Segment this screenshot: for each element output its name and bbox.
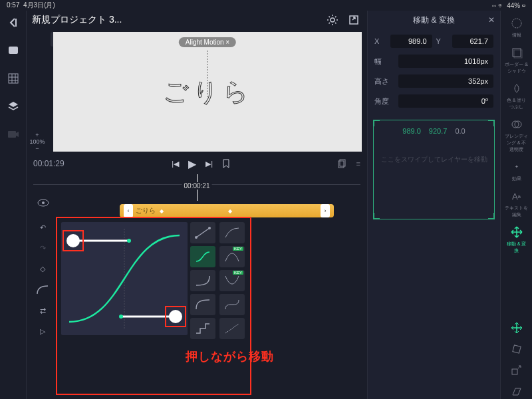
panel-title: 移動 & 変換 bbox=[413, 15, 455, 26]
x-label: X bbox=[374, 37, 386, 45]
annotation-text: 押しながら移動 bbox=[186, 348, 274, 364]
camera-tool[interactable] bbox=[5, 126, 21, 142]
ruler-time: 00:00:21 bbox=[182, 182, 212, 190]
next-keyframe-button[interactable]: ▶| bbox=[205, 160, 213, 168]
preset-variant-4[interactable] bbox=[219, 294, 245, 315]
preset-variant-5[interactable] bbox=[219, 318, 245, 339]
status-time: 0:57 bbox=[7, 1, 19, 9]
svg-point-16 bbox=[42, 201, 45, 204]
svg-point-8 bbox=[331, 18, 334, 22]
status-date: 4月3日(月) bbox=[23, 1, 55, 9]
canvas[interactable]: Alight Motion × ごりら bbox=[53, 32, 362, 152]
swipe-pad[interactable]: 989.0 920.7 0.0 ここをスワイプしてレイヤーを移動 bbox=[373, 120, 495, 219]
project-title: 新規プロジェクト 3... bbox=[32, 14, 319, 26]
easing-curve-button[interactable] bbox=[37, 285, 49, 295]
clip-prev[interactable]: ‹ bbox=[124, 204, 133, 217]
timeline-ruler[interactable]: 00:00:21 bbox=[33, 174, 360, 185]
prev-keyframe-button[interactable]: |◀ bbox=[172, 160, 179, 168]
border-tab[interactable]: ボーダー & シャドウ bbox=[505, 45, 529, 74]
watermark: Alight Motion × bbox=[179, 37, 236, 47]
text-tab[interactable]: Aaテキストを編集 bbox=[505, 189, 529, 218]
height-label: 高さ bbox=[374, 76, 394, 86]
redo-button[interactable]: ↷ bbox=[40, 244, 46, 253]
bezier-handle-end[interactable] bbox=[165, 306, 186, 327]
visibility-toggle[interactable] bbox=[33, 199, 53, 207]
blend-tab[interactable]: ブレンディング & 不透明度 bbox=[505, 117, 529, 153]
y-label: Y bbox=[436, 37, 448, 45]
svg-point-24 bbox=[208, 227, 211, 229]
menu-icon[interactable]: ≡ bbox=[356, 160, 360, 168]
svg-rect-30 bbox=[512, 345, 520, 353]
svg-rect-7 bbox=[8, 131, 16, 138]
scale-tool[interactable] bbox=[505, 363, 529, 378]
preset-variant-2[interactable]: KEY bbox=[219, 246, 245, 267]
pen-button[interactable]: ▷ bbox=[40, 327, 45, 336]
info-tab[interactable]: 情報 bbox=[505, 16, 529, 39]
timeline-clip[interactable]: ‹ ごりら ◆ ◆ › bbox=[120, 204, 334, 217]
pad-y: 920.7 bbox=[429, 127, 448, 135]
pad-z: 0.0 bbox=[455, 127, 465, 135]
preset-ease-in[interactable] bbox=[190, 270, 215, 291]
back-button[interactable] bbox=[5, 15, 21, 31]
svg-point-25 bbox=[512, 19, 521, 28]
keyframe-diamond-button[interactable]: ◇ bbox=[40, 265, 45, 273]
zoom-value: 100% bbox=[29, 138, 45, 145]
current-time: 00:01:29 bbox=[33, 159, 65, 168]
width-label: 幅 bbox=[374, 57, 394, 66]
export-icon[interactable] bbox=[346, 12, 362, 28]
keyframe-marker[interactable]: ◆ bbox=[228, 208, 232, 214]
battery-pct: 44% bbox=[507, 2, 520, 9]
fill-tab[interactable]: 色 & 塗りつぶし bbox=[505, 81, 529, 110]
preset-variant-3[interactable]: KEY bbox=[219, 270, 245, 291]
easing-graph[interactable] bbox=[61, 222, 188, 335]
svg-rect-0 bbox=[15, 19, 17, 27]
zoom-out[interactable]: − bbox=[35, 145, 39, 152]
clip-next[interactable]: › bbox=[321, 204, 330, 217]
loop-button[interactable]: ⇄ bbox=[40, 307, 46, 315]
move-tool[interactable] bbox=[505, 321, 529, 335]
preset-linear[interactable] bbox=[190, 222, 215, 243]
svg-point-23 bbox=[195, 236, 198, 239]
svg-point-19 bbox=[127, 239, 131, 243]
y-value[interactable]: 621.7 bbox=[452, 35, 494, 48]
bezier-handle-start[interactable] bbox=[63, 230, 84, 251]
width-value[interactable]: 1018px bbox=[398, 55, 493, 68]
undo-button[interactable]: ↶ bbox=[40, 223, 46, 232]
wifi-icon: ◦◦ ᯤ bbox=[492, 2, 505, 9]
x-value[interactable]: 989.0 bbox=[390, 35, 432, 48]
close-button[interactable]: ✕ bbox=[488, 15, 495, 25]
bookmark-button[interactable] bbox=[222, 159, 230, 168]
skew-tool[interactable] bbox=[505, 384, 529, 399]
clip-label: ごりら bbox=[136, 206, 156, 215]
svg-line-22 bbox=[196, 228, 209, 237]
settings-icon[interactable] bbox=[325, 12, 340, 28]
grid-tool[interactable] bbox=[5, 70, 21, 86]
preset-custom[interactable] bbox=[190, 318, 215, 339]
keyframe-marker[interactable]: ◆ bbox=[160, 208, 164, 214]
transform-tab[interactable]: 移動 & 変換 bbox=[505, 225, 529, 254]
svg-rect-1 bbox=[9, 47, 18, 54]
easing-editor: KEY KEY ••• ‹ キュービック・ベジェ・イージング › 押しながら移動 bbox=[56, 217, 251, 395]
preset-ease[interactable] bbox=[190, 246, 215, 267]
height-value[interactable]: 352px bbox=[398, 74, 493, 88]
rotate-tool[interactable] bbox=[505, 342, 529, 356]
battery-icon: ▭ bbox=[522, 2, 525, 9]
copy-button[interactable] bbox=[338, 159, 347, 168]
pad-hint: ここをスワイプしてレイヤーを移動 bbox=[380, 155, 487, 164]
pad-x: 989.0 bbox=[402, 127, 421, 135]
shape-tool[interactable] bbox=[5, 43, 21, 59]
play-button[interactable]: ▶ bbox=[188, 158, 196, 170]
svg-point-21 bbox=[119, 315, 123, 319]
zoom-in[interactable]: + bbox=[35, 132, 39, 138]
effects-tab[interactable]: ✦効果 bbox=[505, 160, 529, 182]
layers-tool[interactable] bbox=[5, 98, 21, 114]
svg-rect-31 bbox=[512, 369, 517, 374]
preset-variant-1[interactable] bbox=[219, 222, 245, 243]
svg-rect-2 bbox=[9, 74, 18, 83]
angle-label: 角度 bbox=[374, 96, 394, 106]
angle-value[interactable]: 0º bbox=[398, 94, 493, 108]
preset-ease-out[interactable] bbox=[190, 294, 215, 315]
